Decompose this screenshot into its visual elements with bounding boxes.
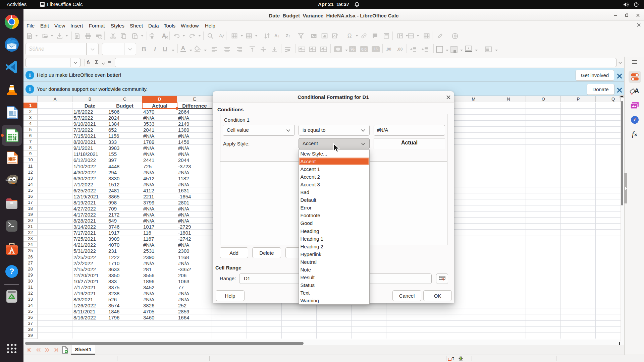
svg-text:A: A (219, 33, 222, 38)
svg-text:?: ? (9, 267, 14, 276)
